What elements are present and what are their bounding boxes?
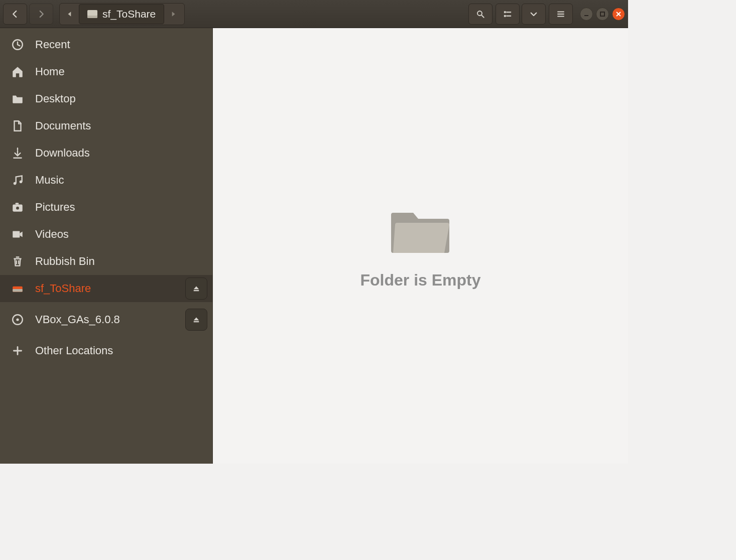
hamburger-icon [556, 10, 565, 19]
folder-content: Folder is Empty [213, 28, 628, 464]
sidebar-item-label: Downloads [35, 147, 207, 160]
svg-rect-5 [600, 12, 604, 16]
sidebar-item-label: Pictures [35, 201, 207, 214]
list-view-icon [503, 10, 512, 19]
sidebar-item-label: sf_ToShare [35, 282, 185, 295]
eject-icon [192, 315, 201, 324]
sidebar-item-label: Desktop [35, 92, 207, 105]
sidebar-item-vbox-gas-6-0-8[interactable]: VBox_GAs_6.0.8 [0, 302, 212, 337]
nav-buttons [3, 4, 53, 25]
minimize-icon [583, 11, 589, 17]
triangle-left-icon [66, 11, 73, 18]
sidebar-item-downloads[interactable]: Downloads [0, 139, 212, 167]
view-options-button[interactable] [522, 4, 546, 25]
camera-icon [0, 201, 35, 214]
sidebar-item-label: Rubbish Bin [35, 255, 207, 268]
music-icon [0, 174, 35, 187]
eject-button[interactable] [185, 277, 207, 300]
sidebar-item-home[interactable]: Home [0, 58, 212, 85]
list-view-button[interactable] [496, 4, 520, 25]
drive-icon [0, 282, 35, 295]
sidebar-item-videos[interactable]: Videos [0, 221, 212, 248]
sidebar-item-recent[interactable]: Recent [0, 31, 212, 58]
close-button[interactable] [612, 8, 625, 21]
trash-icon [0, 255, 35, 268]
view-buttons [496, 4, 546, 25]
sidebar: RecentHomeDesktopDocumentsDownloadsMusic… [0, 28, 213, 464]
svg-rect-1 [504, 11, 506, 13]
eject-button[interactable] [185, 309, 207, 331]
empty-folder-icon [388, 203, 453, 258]
path-segment-label: sf_ToShare [102, 8, 156, 20]
svg-rect-2 [507, 12, 511, 13]
sidebar-item-rubbish-bin[interactable]: Rubbish Bin [0, 248, 212, 275]
folder-icon [0, 92, 35, 105]
hamburger-menu-button[interactable] [549, 4, 573, 25]
sidebar-item-label: Home [35, 65, 207, 78]
sidebar-item-label: Documents [35, 119, 207, 132]
clock-icon [0, 38, 35, 51]
sidebar-item-label: Recent [35, 38, 207, 51]
minimize-button[interactable] [580, 8, 593, 21]
chevron-down-icon [529, 10, 538, 19]
sidebar-item-documents[interactable]: Documents [0, 112, 212, 139]
window-controls [580, 8, 625, 21]
sidebar-item-music[interactable]: Music [0, 167, 212, 194]
sidebar-item-sf-toshare[interactable]: sf_ToShare [0, 275, 212, 302]
home-icon [0, 65, 35, 78]
video-icon [0, 228, 35, 241]
triangle-right-icon [170, 11, 177, 18]
sidebar-item-label: Other Locations [35, 344, 207, 357]
sidebar-item-desktop[interactable]: Desktop [0, 85, 212, 112]
chevron-left-icon [11, 10, 20, 19]
sidebar-item-other-locations[interactable]: Other Locations [0, 337, 212, 364]
path-prev-button[interactable] [61, 4, 79, 24]
headerbar: sf_ToShare [0, 0, 628, 28]
plus-icon [0, 344, 35, 357]
forward-button[interactable] [29, 4, 53, 25]
drive-icon [87, 10, 97, 18]
sidebar-item-label: VBox_GAs_6.0.8 [35, 313, 185, 326]
path-segment-current[interactable]: sf_ToShare [79, 4, 164, 24]
search-icon [476, 10, 485, 19]
download-icon [0, 147, 35, 160]
svg-rect-4 [507, 16, 511, 17]
chevron-right-icon [37, 10, 46, 19]
sidebar-item-label: Videos [35, 228, 207, 241]
back-button[interactable] [3, 4, 27, 25]
disc-icon [0, 313, 35, 326]
maximize-icon [599, 11, 605, 17]
document-icon [0, 119, 35, 132]
svg-rect-3 [504, 15, 506, 17]
sidebar-item-pictures[interactable]: Pictures [0, 194, 212, 221]
empty-folder-text: Folder is Empty [360, 271, 480, 290]
pathbar: sf_ToShare [59, 3, 185, 25]
close-icon [616, 11, 622, 17]
path-next-button[interactable] [164, 4, 182, 24]
eject-icon [192, 284, 201, 293]
sidebar-item-label: Music [35, 174, 207, 187]
search-button[interactable] [468, 4, 493, 25]
maximize-button[interactable] [596, 8, 609, 21]
